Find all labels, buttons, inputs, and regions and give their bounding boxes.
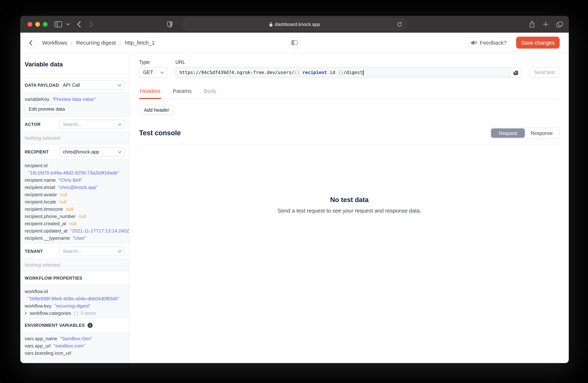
desktop: dashboard.knock.app xyxy=(0,0,588,383)
save-changes-button[interactable]: Save changes xyxy=(516,37,560,49)
variable-value: null xyxy=(69,221,76,226)
tab-params[interactable]: Params xyxy=(172,86,192,99)
expand-editor-button[interactable] xyxy=(510,67,521,78)
variable-key: recipient.__typename xyxy=(25,235,70,241)
variable-value: "Preview data value" xyxy=(52,96,96,102)
console-divider xyxy=(139,145,560,145)
tab-headers[interactable]: Headers xyxy=(139,86,161,99)
recipient-variables: recipient.id "16c1fd70-b49a-48d2-8256-73… xyxy=(20,160,129,244)
recipient-row: RECIPIENT chris@knock.app xyxy=(20,144,129,160)
variable-key: vars.branding.icon_url xyxy=(25,350,71,356)
method-select[interactable]: GET xyxy=(139,67,168,78)
variable-row: "16c1fd70-b49a-48d2-8256-73a2b9f18adb" xyxy=(25,169,125,176)
forward-icon[interactable] xyxy=(89,21,93,28)
nothing-selected-text: Nothing selected xyxy=(25,134,60,142)
data-payload-select[interactable]: API Call xyxy=(59,80,125,90)
back-button[interactable] xyxy=(25,37,36,48)
expand-icon xyxy=(513,69,518,75)
info-icon[interactable] xyxy=(87,323,92,328)
breadcrumb-separator: › xyxy=(71,40,72,45)
test-console-title: Test console xyxy=(139,129,181,137)
variable-key: recipient.timezone xyxy=(25,206,63,212)
address-bar[interactable]: dashboard.knock.app xyxy=(183,19,406,30)
variable-key: workflow.categories xyxy=(30,310,71,316)
variable-row: vars.branding.icon_url xyxy=(25,349,125,357)
variable-value: "16c1fd70-b49a-48d2-8256-73a2b9f18adb" xyxy=(28,170,119,175)
workflow-properties-row: WORKFLOW PROPERTIES xyxy=(20,271,129,285)
close-window-button[interactable] xyxy=(28,22,32,27)
add-header-button[interactable]: Add header xyxy=(139,105,174,115)
environment-variables-text: ENVIRONMENT VARIABLES xyxy=(25,323,85,328)
variable-row: recipient.email"chris@knock.app" xyxy=(25,184,125,191)
tenant-row: TENANT Search... xyxy=(20,244,129,259)
share-icon[interactable] xyxy=(529,21,535,28)
data-payload-label: DATA PAYLOAD xyxy=(25,82,59,88)
actor-select[interactable]: Search... xyxy=(59,119,125,129)
feedback-link[interactable]: Feedback? xyxy=(471,39,507,46)
url-input[interactable]: https://84c5df439d74.ngrok-free.dev/user… xyxy=(175,67,521,78)
chevron-down-icon xyxy=(118,150,122,153)
minimize-window-button[interactable] xyxy=(35,22,40,27)
toggle-response[interactable]: Response xyxy=(525,128,559,138)
test-console-header: Test console Request Response xyxy=(139,127,560,139)
address-text: dashboard.knock.app xyxy=(275,21,320,27)
url-label: URL xyxy=(175,59,521,65)
variable-key: variableKey xyxy=(25,96,49,102)
variable-row: recipient.avatarnull xyxy=(25,191,125,198)
tenant-select[interactable]: Search... xyxy=(59,247,125,256)
breadcrumb-workflows[interactable]: Workflows xyxy=(42,39,67,46)
variable-key: recipient.id xyxy=(25,163,48,168)
breadcrumb-workflow-name[interactable]: Recurring digest xyxy=(76,39,116,46)
variable-key: workflow.key xyxy=(25,303,51,308)
variable-key: recipient.avatar xyxy=(25,192,57,197)
browser-titlebar: dashboard.knock.app xyxy=(20,16,569,33)
empty-state-title: No test data xyxy=(139,196,560,204)
toggle-request[interactable]: Request xyxy=(491,128,525,138)
variable-value: null xyxy=(60,192,67,197)
header-actions: Feedback? Save changes xyxy=(471,37,560,49)
chevron-down-icon xyxy=(118,83,122,86)
variable-row: recipient.created_atnull xyxy=(25,220,125,227)
new-tab-icon[interactable] xyxy=(543,21,548,27)
console-empty-state: No test data Send a test request to see … xyxy=(139,196,560,214)
empty-array-badge: [ ] xyxy=(74,310,78,316)
privacy-shield-icon[interactable] xyxy=(167,21,172,28)
sidebar-chevron-down-icon[interactable] xyxy=(66,23,70,26)
data-payload-row: DATA PAYLOAD API Call xyxy=(20,78,129,93)
workflow-categories-expander[interactable]: workflow.categories [ ] 0 items xyxy=(25,309,125,317)
content: Variable data DATA PAYLOAD API Call vari… xyxy=(20,53,569,363)
tab-overview-icon[interactable] xyxy=(556,21,563,27)
toolbar-sidebar-icon[interactable] xyxy=(55,21,62,27)
variable-data-sidebar: Variable data DATA PAYLOAD API Call vari… xyxy=(20,53,129,363)
request-config: Type GET URL https://84c5df439d74.ngrok-… xyxy=(139,59,560,78)
panel-toggle-button[interactable] xyxy=(289,37,300,48)
reload-icon[interactable] xyxy=(397,21,402,27)
request-tabs: Headers Params Body xyxy=(139,86,560,99)
variable-row: recipient.id xyxy=(25,162,125,169)
variable-row: workflow.id xyxy=(25,287,125,295)
variable-value: null xyxy=(79,213,86,219)
tab-body[interactable]: Body xyxy=(203,86,217,99)
request-editor: Type GET URL https://84c5df439d74.ngrok-… xyxy=(129,53,569,363)
variable-value: "Chris Bell" xyxy=(59,177,82,183)
empty-state-subtitle: Send a test request to see your request … xyxy=(139,208,560,214)
recipient-select[interactable]: chris@knock.app xyxy=(59,147,125,156)
variable-value: "User" xyxy=(73,235,86,241)
back-icon[interactable] xyxy=(77,21,81,28)
send-test-button[interactable]: Send test xyxy=(529,67,560,78)
variable-value: "2021-11-17T17:13:14.240Z" xyxy=(70,228,129,233)
traffic-lights xyxy=(28,22,50,27)
variable-row: vars.app_name"Sandbox-Dev" xyxy=(25,335,125,342)
variable-row: recipient.timezonenull xyxy=(25,205,125,212)
variable-key: recipient.updated_at xyxy=(25,228,67,233)
url-value: https://84c5df439d74.ngrok-free.dev/user… xyxy=(179,69,364,75)
zoom-window-button[interactable] xyxy=(43,22,48,27)
breadcrumb-separator: › xyxy=(120,40,121,45)
variable-row: recipient.phone_numbernull xyxy=(25,212,125,220)
variable-row: vars.app_url"sandbox.com" xyxy=(25,342,125,349)
edit-preview-data-button[interactable]: Edit preview data xyxy=(25,104,69,114)
breadcrumb: Workflows › Recurring digest › http_fetc… xyxy=(42,39,155,46)
variable-key: recipient.phone_number xyxy=(25,213,76,219)
recipient-label: RECIPIENT xyxy=(25,149,49,154)
sidebar-title: Variable data xyxy=(20,53,129,78)
